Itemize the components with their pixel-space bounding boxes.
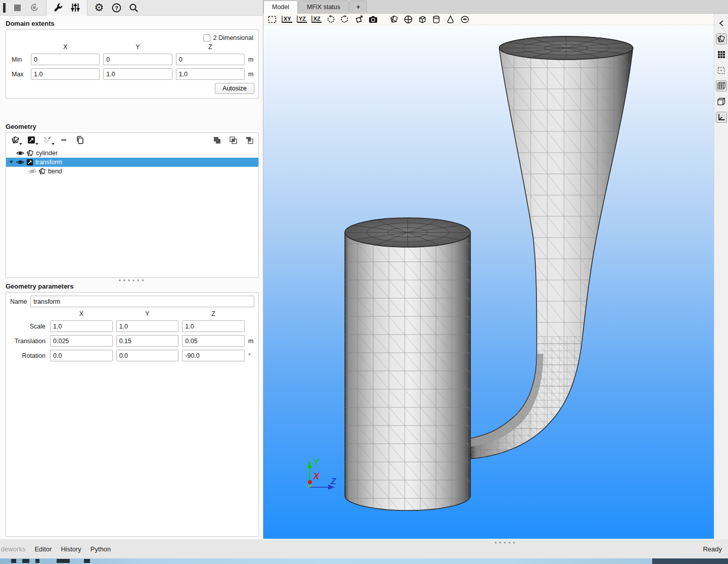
collapse-panel-icon[interactable] [716,18,727,29]
xmax-input[interactable] [31,68,100,80]
reset-icon[interactable] [26,1,43,14]
cylinder-geometry-mesh [345,218,470,518]
tree-item-label: cylinder [36,150,58,157]
statusbar-tab-python[interactable]: Python [90,545,111,553]
eye-icon [16,150,24,157]
tree-item-label: transform [35,159,62,166]
param-header-x: X [50,310,113,317]
geometry-visibility-icon[interactable] [389,15,399,24]
scene-svg: Y X Z [263,25,714,539]
background-window-strip [0,558,728,564]
translation-z-input[interactable] [182,335,245,347]
view-xy-icon[interactable]: XY [282,16,292,23]
max-row-label: Max [10,71,27,78]
settings-section: ⚙ ? [87,0,145,16]
statusbar-tab-nodeworks[interactable]: deworks [1,545,25,553]
tree-row-cylinder[interactable]: cylinder [6,149,258,158]
regions-sphere-icon[interactable] [403,15,413,24]
viewport-3d[interactable]: Y X Z [263,25,714,539]
xmin-input[interactable] [31,54,100,65]
build-wrench-icon[interactable] [50,1,67,14]
translation-x-input[interactable] [50,335,113,347]
reset-view-icon[interactable] [267,15,277,24]
scale-x-input[interactable] [50,320,113,332]
statusbar-tab-history[interactable]: History [61,545,81,553]
remove-geometry-icon[interactable] [59,135,69,145]
axis-y-label: Y [313,457,320,467]
expander-icon[interactable] [8,160,14,164]
union-icon[interactable] [212,135,222,145]
tab-add[interactable]: + [349,1,367,13]
tab-model[interactable]: Model [263,1,298,14]
zmin-input[interactable] [176,54,245,65]
cylinder-icon[interactable] [432,15,441,24]
name-input[interactable] [30,296,254,307]
statusbar-splitter[interactable]: ● ● ● ● ● [494,540,516,545]
transform-icon [26,159,33,166]
rotate-left-icon[interactable] [326,15,336,24]
column-header-x: X [31,43,100,51]
difference-icon[interactable] [244,135,254,145]
right-rail [714,14,728,539]
copy-geometry-icon[interactable] [75,135,85,145]
stl-geometry-icon [26,150,34,157]
tree-row-transform[interactable]: transform [6,158,258,167]
translation-y-input[interactable] [116,335,179,347]
add-geometry-icon[interactable] [10,135,20,145]
cube-icon[interactable] [418,15,427,24]
help-icon[interactable]: ? [108,1,125,14]
view-yz-icon[interactable]: YZ [297,16,307,23]
tree-row-bend[interactable]: bend [6,167,258,176]
rail-regions-icon[interactable] [716,65,727,76]
column-header-y: Y [103,43,172,51]
rotation-x-input[interactable] [50,350,113,361]
rotation-y-input[interactable] [116,350,179,361]
eye-icon [16,159,24,166]
two-dimensional-checkbox[interactable] [203,34,210,41]
statusbar-tab-editor[interactable]: Editor [34,545,52,553]
rail-grid-icon[interactable] [716,49,727,60]
viewport-background [263,25,714,539]
rotation-label: Rotation [10,352,47,359]
geometry-box: cylinder transform [6,132,259,278]
panel-splitter[interactable]: ● ● ● ● ● ● [0,278,263,283]
wizard-icon[interactable] [42,135,53,145]
parameters-sliders-icon[interactable] [67,1,84,14]
min-unit: m [248,56,254,63]
ymax-input[interactable] [103,68,172,80]
tree-item-label: bend [48,168,62,175]
viewport-toolbar: XY YZ XZ [263,14,714,25]
scale-y-input[interactable] [116,320,179,332]
translation-label: Translation [10,338,47,345]
geometry-parameters-box: Name X Y Z Scale Translation [6,292,259,537]
tab-mfix-status[interactable]: MFiX status [298,1,349,13]
domain-extents-box: 2 Dimensional X Y Z Min m Max [6,29,259,99]
rail-axes-icon[interactable] [716,112,727,123]
rail-mesh-icon[interactable] [716,80,727,91]
rail-cube-icon[interactable] [716,96,727,107]
stop-icon[interactable] [9,1,26,14]
ymin-input[interactable] [103,54,172,65]
perspective-icon[interactable] [354,15,364,24]
camera-icon[interactable] [369,15,378,24]
geometry-title: Geometry [6,123,258,130]
cone-icon[interactable] [446,15,456,24]
rotation-unit: ° [248,352,254,359]
torus-icon[interactable] [460,15,470,24]
left-panel: ⚙ ? Domain extents [0,0,263,539]
domain-extents-title: Domain extents [6,20,258,27]
intersect-icon[interactable] [228,135,238,145]
autosize-button[interactable]: Autosize [215,83,254,94]
right-panel: Model MFiX status + XY YZ XZ [263,0,728,539]
search-icon[interactable] [125,1,142,14]
rail-geometry-icon[interactable] [716,33,727,44]
rotation-z-input[interactable] [182,350,245,361]
rotate-right-icon[interactable] [340,15,350,24]
zmax-input[interactable] [176,68,245,80]
scale-z-input[interactable] [182,320,245,332]
view-xz-icon[interactable]: XZ [311,16,322,23]
two-dimensional-label: 2 Dimensional [213,34,253,41]
run-icon[interactable] [3,3,6,13]
settings-gear-icon[interactable]: ⚙ [90,1,108,14]
add-filter-icon[interactable] [26,135,36,145]
